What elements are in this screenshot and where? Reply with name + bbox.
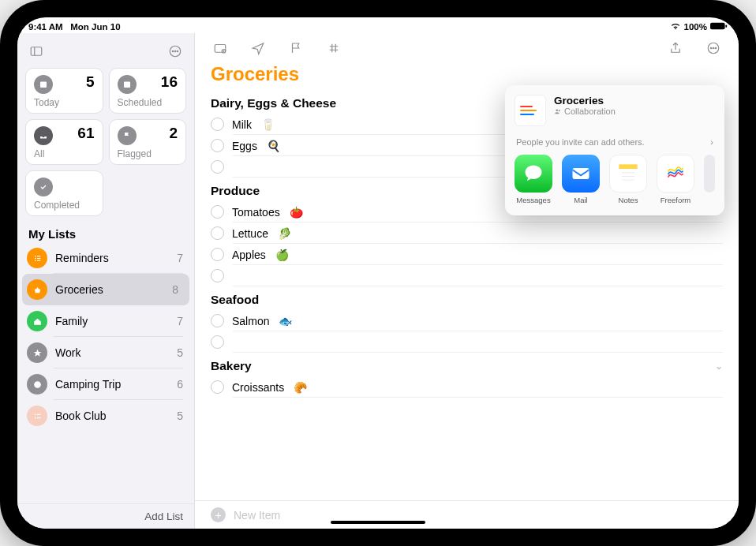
compass-icon xyxy=(27,374,47,395)
checkbox[interactable] xyxy=(211,380,224,394)
smart-scheduled[interactable]: 16 Scheduled xyxy=(109,68,187,114)
svg-rect-20 xyxy=(36,417,39,418)
reminder-item[interactable]: Salmon🐟 xyxy=(211,310,723,331)
checkbox[interactable] xyxy=(211,118,224,131)
smart-today[interactable]: 5 Today xyxy=(25,68,103,114)
list-more-button[interactable] xyxy=(702,38,724,58)
app-label: Freeform xyxy=(661,196,691,204)
svg-point-6 xyxy=(174,50,176,52)
svg-rect-8 xyxy=(40,82,47,88)
template-button[interactable] xyxy=(209,38,231,58)
checkbox[interactable] xyxy=(211,269,224,282)
sidebar: 5 Today 16 Scheduled 61 All 2 Flagged xyxy=(17,33,195,529)
chevron-down-icon[interactable]: ⌄ xyxy=(715,361,723,372)
smart-label: Completed xyxy=(34,200,95,211)
smart-count: 16 xyxy=(161,73,178,91)
checkbox[interactable] xyxy=(211,314,224,327)
smart-count: 5 xyxy=(86,73,95,91)
share-app-mail[interactable]: Mail xyxy=(562,155,600,204)
checkbox[interactable] xyxy=(211,139,224,152)
add-list-button[interactable]: Add List xyxy=(17,503,194,529)
share-permissions-button[interactable]: People you invite can add others. › xyxy=(515,133,715,155)
svg-point-7 xyxy=(177,50,178,52)
list-bullet-icon xyxy=(27,248,47,268)
calendar-icon xyxy=(34,75,53,94)
share-app-overflow[interactable] xyxy=(704,155,715,204)
sidebar-item-work[interactable]: Work 5 xyxy=(17,337,194,368)
sidebar-item-reminders[interactable]: Reminders 7 xyxy=(17,242,194,274)
share-app-messages[interactable]: Messages xyxy=(515,155,552,204)
list-name: Groceries xyxy=(55,283,164,296)
svg-rect-29 xyxy=(573,168,589,179)
emoji-icon: 🍏 xyxy=(275,249,289,261)
sidebar-item-family[interactable]: Family 7 xyxy=(17,305,194,337)
list-count: 7 xyxy=(177,252,183,264)
home-indicator[interactable] xyxy=(331,521,425,524)
app-overflow-icon xyxy=(704,155,715,193)
list-count: 5 xyxy=(177,410,183,422)
share-sheet: Groceries Collaboration People you invit… xyxy=(505,85,724,215)
messages-icon xyxy=(515,155,552,193)
new-item-button[interactable]: + New Item xyxy=(195,500,739,529)
checkbox[interactable] xyxy=(211,335,224,349)
flag-button[interactable] xyxy=(285,38,307,58)
share-subtitle[interactable]: Collaboration xyxy=(554,107,616,116)
share-app-notes[interactable]: Notes xyxy=(609,155,647,204)
more-button[interactable] xyxy=(164,41,186,62)
emoji-icon: 🥛 xyxy=(261,118,275,131)
share-thumbnail-icon xyxy=(515,95,546,126)
list-name: Work xyxy=(55,346,169,359)
reminder-item[interactable]: Apples🍏 xyxy=(211,244,723,265)
notes-icon xyxy=(609,155,647,193)
smart-all[interactable]: 61 All xyxy=(25,119,103,165)
share-app-freeform[interactable]: Freeform xyxy=(657,155,694,204)
svg-point-25 xyxy=(713,47,714,49)
status-left: 9:41 AM Mon Jun 10 xyxy=(28,22,121,32)
house-icon xyxy=(27,311,47,331)
reminder-item[interactable]: Croissants🥐 xyxy=(211,376,723,398)
smart-label: Today xyxy=(34,97,95,108)
svg-point-12 xyxy=(34,257,36,259)
item-text: Eggs xyxy=(232,140,257,152)
checkbox[interactable] xyxy=(211,248,224,261)
svg-rect-13 xyxy=(36,257,39,258)
sidebar-toggle-button[interactable] xyxy=(25,41,47,62)
sidebar-item-groceries[interactable]: Groceries 8 xyxy=(22,274,189,305)
svg-rect-18 xyxy=(36,413,39,414)
svg-point-24 xyxy=(710,47,712,49)
share-button[interactable] xyxy=(664,38,687,58)
reminder-item-empty[interactable] xyxy=(211,331,723,353)
emoji-icon: 🍳 xyxy=(267,140,280,152)
svg-rect-0 xyxy=(710,23,725,29)
smart-label: Flagged xyxy=(118,148,178,159)
chevron-right-icon: › xyxy=(710,137,713,147)
battery-pct: 100% xyxy=(684,22,707,32)
mail-icon xyxy=(562,155,600,193)
smart-flagged[interactable]: 2 Flagged xyxy=(109,119,187,165)
list-name: Camping Trip xyxy=(55,378,169,391)
ipad-frame: 9:41 AM Mon Jun 10 100% 5 Today xyxy=(0,0,756,546)
reminder-item-empty[interactable] xyxy=(211,265,723,286)
checkbox[interactable] xyxy=(211,226,224,240)
svg-rect-1 xyxy=(725,24,727,27)
svg-point-14 xyxy=(34,260,36,261)
checkbox[interactable] xyxy=(211,205,224,219)
mylists-header: My Lists xyxy=(17,223,194,242)
smart-completed[interactable]: Completed xyxy=(25,170,103,216)
battery-icon xyxy=(710,22,728,32)
sidebar-item-camping[interactable]: Camping Trip 6 xyxy=(17,368,194,400)
sidebar-item-bookclub[interactable]: Book Club 5 xyxy=(17,400,194,432)
send-button[interactable] xyxy=(247,38,269,58)
checkbox[interactable] xyxy=(211,160,224,174)
tag-button[interactable] xyxy=(323,38,345,58)
list-count: 5 xyxy=(177,346,183,359)
reminder-item[interactable]: Lettuce🥬 xyxy=(211,223,723,244)
screen: 9:41 AM Mon Jun 10 100% 5 Today xyxy=(17,17,739,529)
smart-count: 61 xyxy=(77,125,94,142)
flag-icon xyxy=(118,126,137,145)
calendar-icon xyxy=(118,75,137,94)
tray-icon xyxy=(34,126,53,145)
svg-rect-15 xyxy=(36,260,39,260)
section-header: Seafood xyxy=(211,286,723,310)
smart-label: Scheduled xyxy=(118,97,178,108)
